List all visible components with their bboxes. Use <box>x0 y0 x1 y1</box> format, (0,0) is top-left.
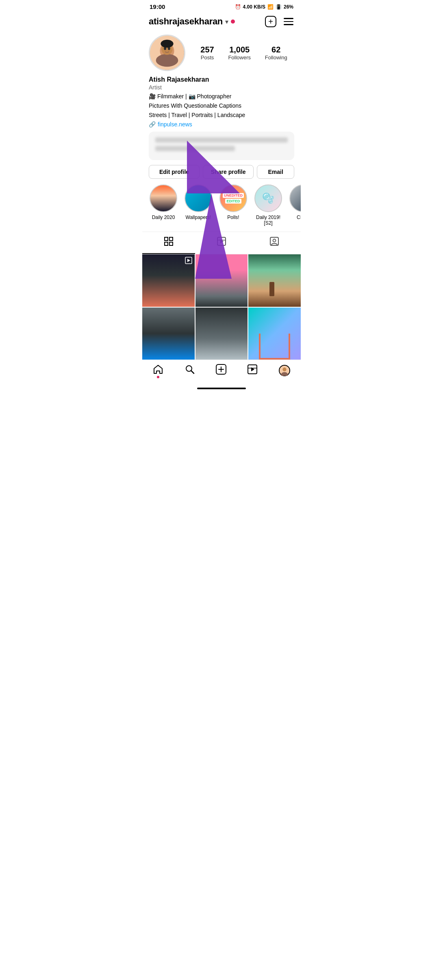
svg-point-28 <box>282 368 286 371</box>
add-icon <box>216 364 226 377</box>
hamburger-icon <box>284 18 293 25</box>
highlight-item[interactable]: CHIKI <box>289 184 301 226</box>
nav-add[interactable] <box>216 364 226 377</box>
add-post-button[interactable]: + <box>264 15 277 28</box>
highlight-circle-wallpapers <box>185 184 212 212</box>
followers-count: 1,005 <box>229 45 250 54</box>
username-area[interactable]: atishrajasekharan ▾ <box>149 16 235 27</box>
nav-profile-avatar <box>279 365 290 376</box>
tab-grid[interactable] <box>142 232 195 254</box>
posts-count: 257 <box>200 45 214 54</box>
signal-icon: 📳 <box>276 4 282 10</box>
edit-profile-button[interactable]: Edit profile <box>149 165 200 179</box>
highlight-circle-daily2020 <box>150 184 177 212</box>
grid-item[interactable] <box>142 254 195 307</box>
add-square-icon: + <box>265 16 276 27</box>
nav-home[interactable] <box>153 364 163 377</box>
battery: 26% <box>284 4 293 10</box>
svg-rect-9 <box>165 242 168 245</box>
svg-point-6 <box>161 40 173 48</box>
grid-item[interactable] <box>195 308 248 360</box>
svg-point-2 <box>156 54 178 67</box>
highlight-item[interactable]: Wallpapers! <box>184 184 213 226</box>
home-indicator <box>197 388 246 389</box>
dropdown-icon: ▾ <box>225 18 228 26</box>
wifi-icon: 📶 <box>267 4 274 10</box>
header: atishrajasekharan ▾ + <box>142 12 301 32</box>
highlight-circle-daily2019: 🫧 <box>254 184 282 212</box>
posts-grid <box>142 254 301 360</box>
grid-item[interactable] <box>195 254 248 307</box>
profile-bio-line1: 🎥 Filmmaker | 📷 Photographer <box>149 92 294 101</box>
tab-reels[interactable] <box>195 232 248 254</box>
grid-item[interactable] <box>248 254 301 307</box>
blur-line-1 <box>155 137 288 143</box>
highlight-label: Polls! <box>227 215 239 220</box>
highlight-circle-polls: UNEDITED EDITED <box>219 184 247 212</box>
share-profile-button[interactable]: Share profile <box>203 165 254 179</box>
highlight-label: Daily 2019! [S2] <box>254 215 283 226</box>
blur-line-2 <box>155 146 235 151</box>
nav-search[interactable] <box>185 364 195 377</box>
svg-rect-7 <box>165 237 168 241</box>
following-stat[interactable]: 62 Following <box>265 45 287 61</box>
avatar-image <box>150 36 184 70</box>
profile-bio-line2: Pictures With Questionable Captions <box>149 102 294 110</box>
reels-tab-icon <box>217 237 226 248</box>
network-speed: 4.00 KB/S <box>243 4 265 10</box>
followers-stat[interactable]: 1,005 Followers <box>228 45 251 61</box>
bottom-nav <box>142 360 301 385</box>
profile-stats-row: 257 Posts 1,005 Followers 62 Following <box>149 35 294 71</box>
status-icons: ⏰ 4.00 KB/S 📶 📳 26% <box>235 4 293 10</box>
highlight-label: CHIKI <box>297 215 301 220</box>
header-actions: + <box>264 15 294 28</box>
search-icon <box>185 364 195 377</box>
link-icon: 🔗 <box>149 121 156 128</box>
following-count: 62 <box>271 45 280 54</box>
highlight-label: Daily 2020 <box>152 215 175 220</box>
reels-nav-icon <box>248 364 257 377</box>
following-label: Following <box>265 54 287 61</box>
highlight-label: Wallpapers! <box>186 215 211 220</box>
email-button[interactable]: Email <box>257 165 294 179</box>
website-link[interactable]: finpulse.news <box>158 121 192 128</box>
tab-tagged[interactable] <box>248 232 301 254</box>
home-dot <box>157 376 159 378</box>
profile-category: Artist <box>149 84 294 91</box>
profile-name: Atish Rajasekharan <box>149 76 294 83</box>
profile-link[interactable]: 🔗 finpulse.news <box>149 121 294 128</box>
nav-reels[interactable] <box>248 364 257 377</box>
grid-icon <box>164 237 173 248</box>
menu-button[interactable] <box>283 17 294 26</box>
home-icon <box>153 364 163 377</box>
svg-line-20 <box>191 371 194 373</box>
highlight-item[interactable]: 🫧 Daily 2019! [S2] <box>254 184 283 226</box>
posts-stat[interactable]: 257 Posts <box>200 45 214 61</box>
svg-point-15 <box>273 239 276 242</box>
alarm-icon: ⏰ <box>235 4 241 10</box>
avatar[interactable] <box>149 35 185 71</box>
tagged-icon <box>270 237 279 248</box>
stats-group: 257 Posts 1,005 Followers 62 Following <box>193 45 294 61</box>
svg-marker-17 <box>187 259 190 262</box>
live-dot <box>231 20 235 24</box>
grid-item[interactable] <box>248 308 301 360</box>
followers-label: Followers <box>228 54 251 61</box>
status-time: 19:00 <box>150 3 165 10</box>
highlight-item[interactable]: UNEDITED EDITED Polls! <box>219 184 248 226</box>
reels-badge <box>185 257 192 266</box>
content-tabs <box>142 232 301 254</box>
nav-profile[interactable] <box>279 365 290 376</box>
username: atishrajasekharan <box>149 16 223 27</box>
svg-rect-10 <box>169 242 173 245</box>
highlight-item[interactable]: Daily 2020 <box>149 184 178 226</box>
posts-label: Posts <box>201 54 214 61</box>
professional-dashboard[interactable] <box>149 132 294 160</box>
svg-rect-8 <box>169 237 173 241</box>
highlights-row: Daily 2020 Wallpapers! UNEDITED EDITED P… <box>142 184 301 232</box>
profile-bio-line3: Streets | Travel | Portraits | Landscape <box>149 111 294 119</box>
grid-item[interactable] <box>142 308 195 360</box>
highlight-circle-chiki <box>289 184 301 212</box>
action-buttons: Edit profile Share profile Email <box>149 165 294 179</box>
profile-section: 257 Posts 1,005 Followers 62 Following A… <box>142 32 301 179</box>
